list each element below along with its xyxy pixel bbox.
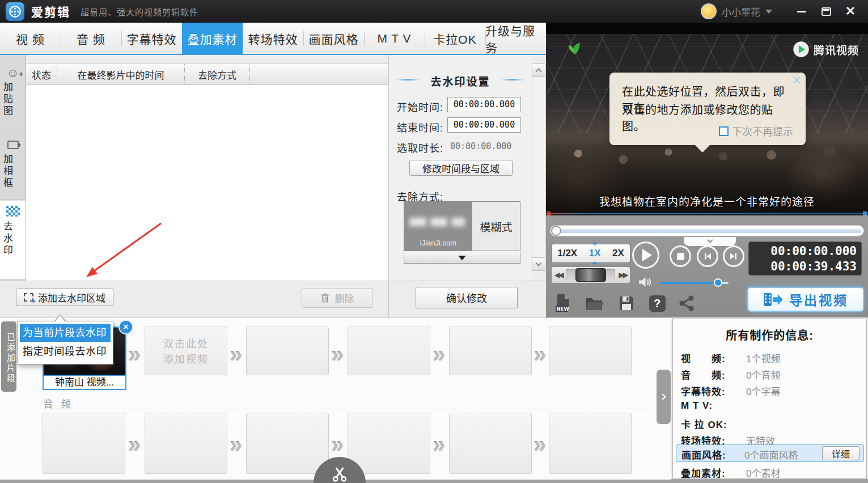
expand-panel-tab[interactable]: [657, 370, 671, 424]
col-remove-method[interactable]: 去除方式: [185, 64, 250, 84]
main-tabbar: 视 频 音 频 字幕特效 叠加素材 转场特效 画面风格 M T V 卡拉OK 升…: [0, 23, 546, 55]
settings-scrollbar[interactable]: [532, 63, 545, 271]
modify-time-region-button[interactable]: 修改时间段与区域: [409, 160, 513, 176]
dont-remind-checkbox[interactable]: [719, 126, 729, 136]
info-row-picture-style: 画面风格: 0个画面风格 详细: [676, 444, 864, 462]
new-project-button[interactable]: NEW: [553, 293, 573, 313]
end-time-input[interactable]: 00:00:00.000: [447, 117, 521, 133]
info-value-video: 1个视频: [746, 351, 780, 365]
tab-transition-effects[interactable]: 转场特效: [243, 23, 303, 54]
menu-item-time-range[interactable]: 指定时间段去水印: [18, 342, 113, 361]
detail-button[interactable]: 详细: [822, 446, 859, 460]
collapse-panel-tab[interactable]: [684, 237, 736, 246]
video-slot-3[interactable]: [246, 327, 329, 375]
start-time-label: 开始时间:: [397, 99, 443, 114]
audio-slot-3[interactable]: [246, 413, 329, 474]
added-clips-tab[interactable]: 已添加片段: [1, 321, 16, 392]
forward-icon[interactable]: ▶▶: [619, 271, 627, 279]
clip-close-icon[interactable]: ×: [118, 320, 133, 334]
project-info-panel: 所有制作的信息: 视 频:1个视频 音 频:0个音频 字幕特效:0个字幕 M T…: [672, 319, 867, 479]
trash-icon: [321, 293, 329, 303]
volume-slider[interactable]: [659, 282, 729, 284]
sidebar-item-remove-watermark[interactable]: 去水印: [0, 201, 26, 279]
mini-seek-strip[interactable]: [546, 211, 868, 215]
open-project-button[interactable]: [585, 293, 605, 313]
audio-slot-2[interactable]: [145, 413, 227, 474]
settings-title: 去水印设置: [389, 73, 532, 88]
avatar[interactable]: [701, 3, 717, 19]
shuttle-control[interactable]: ◀◀ ▶▶: [551, 266, 630, 283]
user-caret-down-icon[interactable]: [765, 10, 772, 14]
col-time-range[interactable]: 在最终影片中的时间: [57, 64, 185, 84]
sidebar-label-remove-watermark: 去水印: [0, 221, 14, 257]
tab-picture-style[interactable]: 画面风格: [303, 23, 364, 54]
progress-knob[interactable]: [551, 226, 561, 236]
delete-button[interactable]: 删除: [302, 288, 373, 308]
minimize-button[interactable]: [792, 3, 811, 20]
export-video-button[interactable]: 导出视频: [747, 287, 864, 312]
save-project-button[interactable]: [616, 293, 637, 313]
help-button[interactable]: ?: [647, 293, 667, 313]
app-logo-icon: [6, 2, 24, 21]
video-slot-5[interactable]: [449, 327, 532, 375]
chevron-down-icon: [535, 260, 541, 266]
seek-start-marker[interactable]: [547, 211, 551, 215]
confirm-changes-button[interactable]: 确认修改: [416, 287, 518, 308]
col-status[interactable]: 状态: [26, 64, 57, 84]
video-slot-4[interactable]: [348, 327, 430, 375]
remove-method-dropdown[interactable]: [404, 252, 520, 264]
app-tagline: 超易用、强大的视频剪辑软件: [81, 6, 198, 18]
clip-separator-icon: »: [230, 343, 242, 366]
tab-karaoke[interactable]: 卡拉OK: [425, 23, 485, 54]
scroll-down-button[interactable]: [532, 257, 545, 270]
scissors-icon: [331, 465, 348, 483]
tab-subtitle-effects[interactable]: 字幕特效: [121, 23, 182, 54]
collapse-chevron-icon: [707, 238, 713, 243]
username[interactable]: 小小翠花: [722, 5, 760, 19]
add-watermark-region-button[interactable]: 添加去水印区域: [16, 289, 113, 306]
audio-slot-5[interactable]: [449, 413, 532, 474]
video-slot-6[interactable]: [549, 327, 632, 375]
sidebar-item-add-frame[interactable]: + 加相框: [0, 133, 26, 200]
audio-slot-1[interactable]: [43, 413, 125, 474]
chevron-up-icon: [535, 68, 541, 74]
remove-method-value: 模糊式: [472, 202, 520, 251]
menu-item-current-clip[interactable]: 为当前片段去水印: [20, 324, 111, 342]
tab-overlay-material[interactable]: 叠加素材: [182, 23, 243, 54]
tab-audio[interactable]: 音 频: [61, 23, 121, 54]
play-button[interactable]: [632, 242, 659, 269]
help-icon: ?: [649, 295, 666, 312]
tab-video[interactable]: 视 频: [0, 23, 61, 54]
next-frame-button[interactable]: [723, 245, 744, 267]
speed-half[interactable]: 1/2X: [557, 248, 577, 259]
audio-slot-4[interactable]: [348, 413, 430, 474]
watermark-sample-thumbnail: iJianJi.com: [404, 202, 472, 251]
sidebar-item-add-sticker[interactable]: ☺+ 加贴图: [0, 62, 26, 129]
prev-frame-button[interactable]: [697, 245, 718, 267]
close-button[interactable]: ✕: [841, 3, 860, 20]
shuttle-knob[interactable]: [575, 268, 606, 282]
share-button[interactable]: [676, 293, 697, 313]
volume-fill: [659, 282, 718, 284]
tab-upgrade-service[interactable]: 升级与服务: [485, 23, 546, 54]
playback-progress-bar[interactable]: [550, 225, 864, 236]
audio-slot-6[interactable]: [549, 413, 632, 474]
sticker-hint-tooltip: 在此处选好位置，然后双击，即可在 双击的地方添加或修改您的贴图。 × 下次不再提…: [609, 73, 806, 145]
start-time-input[interactable]: 00:00:00.000: [447, 97, 521, 112]
speed-1x[interactable]: 1X: [589, 248, 601, 259]
clip-separator-icon: »: [331, 433, 344, 456]
volume-icon[interactable]: [638, 276, 653, 289]
open-folder-icon: [585, 295, 604, 311]
dashed-region-plus-icon: [24, 293, 33, 302]
tooltip-close-icon[interactable]: ×: [793, 73, 801, 87]
scroll-up-button[interactable]: [532, 64, 545, 77]
volume-knob[interactable]: [714, 278, 722, 287]
rewind-icon[interactable]: ◀◀: [554, 271, 562, 279]
stop-button[interactable]: [670, 245, 691, 267]
seek-end-marker[interactable]: [863, 211, 867, 215]
remove-method-preview[interactable]: iJianJi.com 模糊式: [404, 201, 520, 251]
speed-2x[interactable]: 2X: [612, 248, 624, 259]
video-slot-2[interactable]: 双击此处 添加视频: [145, 327, 227, 375]
tab-mtv[interactable]: M T V: [364, 23, 425, 54]
maximize-button[interactable]: [816, 3, 836, 20]
